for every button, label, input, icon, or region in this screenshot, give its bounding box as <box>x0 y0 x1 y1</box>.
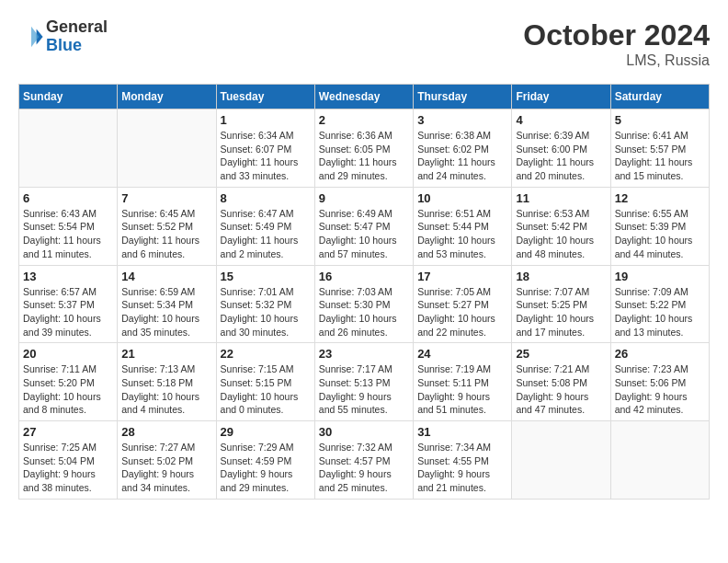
day-number: 16 <box>319 270 409 283</box>
day-number: 24 <box>417 347 507 361</box>
logo-line1: General <box>46 18 108 37</box>
day-info: Sunrise: 6:55 AM Sunset: 5:39 PM Dayligh… <box>615 207 705 261</box>
calendar-cell: 12Sunrise: 6:55 AM Sunset: 5:39 PM Dayli… <box>610 187 709 265</box>
calendar-subtitle: LMS, Russia <box>523 52 710 69</box>
day-number: 15 <box>221 270 311 283</box>
calendar-cell: 10Sunrise: 6:51 AM Sunset: 5:44 PM Dayli… <box>414 187 512 265</box>
day-info: Sunrise: 6:59 AM Sunset: 5:34 PM Dayligh… <box>121 285 211 339</box>
calendar-title: October 2024 <box>523 18 710 52</box>
day-info: Sunrise: 6:43 AM Sunset: 5:54 PM Dayligh… <box>23 207 113 261</box>
day-info: Sunrise: 7:29 AM Sunset: 4:59 PM Dayligh… <box>221 441 311 495</box>
calendar-cell: 7Sunrise: 6:45 AM Sunset: 5:52 PM Daylig… <box>118 187 216 265</box>
day-number: 12 <box>615 191 705 205</box>
title-block: October 2024 LMS, Russia <box>523 18 710 69</box>
calendar-cell: 25Sunrise: 7:21 AM Sunset: 5:08 PM Dayli… <box>512 343 610 421</box>
day-number: 20 <box>23 347 113 361</box>
calendar-cell: 13Sunrise: 6:57 AM Sunset: 5:37 PM Dayli… <box>19 265 118 343</box>
calendar-cell: 21Sunrise: 7:13 AM Sunset: 5:18 PM Dayli… <box>118 343 216 421</box>
calendar-cell: 2Sunrise: 6:36 AM Sunset: 6:05 PM Daylig… <box>314 109 413 188</box>
calendar-cell: 24Sunrise: 7:19 AM Sunset: 5:11 PM Dayli… <box>414 343 512 421</box>
day-info: Sunrise: 6:39 AM Sunset: 6:00 PM Dayligh… <box>516 129 606 183</box>
day-info: Sunrise: 7:03 AM Sunset: 5:30 PM Dayligh… <box>319 285 409 339</box>
day-number: 18 <box>516 270 606 283</box>
day-info: Sunrise: 6:45 AM Sunset: 5:52 PM Dayligh… <box>121 207 211 261</box>
day-info: Sunrise: 7:15 AM Sunset: 5:15 PM Dayligh… <box>221 362 311 417</box>
calendar-header: SundayMondayTuesdayWednesdayThursdayFrid… <box>19 85 710 109</box>
day-info: Sunrise: 7:01 AM Sunset: 5:32 PM Dayligh… <box>221 285 311 339</box>
calendar-cell: 22Sunrise: 7:15 AM Sunset: 5:15 PM Dayli… <box>216 343 314 421</box>
calendar-cell: 5Sunrise: 6:41 AM Sunset: 5:57 PM Daylig… <box>610 109 709 188</box>
header-cell-wednesday: Wednesday <box>314 85 413 109</box>
calendar-cell: 9Sunrise: 6:49 AM Sunset: 5:47 PM Daylig… <box>314 187 413 265</box>
day-info: Sunrise: 6:49 AM Sunset: 5:47 PM Dayligh… <box>319 207 409 261</box>
week-row-2: 6Sunrise: 6:43 AM Sunset: 5:54 PM Daylig… <box>19 187 710 265</box>
calendar-cell: 6Sunrise: 6:43 AM Sunset: 5:54 PM Daylig… <box>19 187 118 265</box>
svg-marker-1 <box>31 27 39 47</box>
calendar-cell: 29Sunrise: 7:29 AM Sunset: 4:59 PM Dayli… <box>216 421 314 500</box>
day-number: 4 <box>516 113 606 127</box>
week-row-1: 1Sunrise: 6:34 AM Sunset: 6:07 PM Daylig… <box>19 109 710 188</box>
day-info: Sunrise: 7:07 AM Sunset: 5:25 PM Dayligh… <box>516 285 606 339</box>
calendar-cell: 4Sunrise: 6:39 AM Sunset: 6:00 PM Daylig… <box>512 109 610 188</box>
day-info: Sunrise: 7:11 AM Sunset: 5:20 PM Dayligh… <box>23 362 113 417</box>
calendar-cell: 23Sunrise: 7:17 AM Sunset: 5:13 PM Dayli… <box>314 343 413 421</box>
day-info: Sunrise: 7:05 AM Sunset: 5:27 PM Dayligh… <box>417 285 507 339</box>
calendar-cell: 26Sunrise: 7:23 AM Sunset: 5:06 PM Dayli… <box>610 343 709 421</box>
day-info: Sunrise: 7:21 AM Sunset: 5:08 PM Dayligh… <box>516 362 606 417</box>
day-info: Sunrise: 7:25 AM Sunset: 5:04 PM Dayligh… <box>23 441 113 495</box>
calendar-cell: 1Sunrise: 6:34 AM Sunset: 6:07 PM Daylig… <box>216 109 314 188</box>
day-info: Sunrise: 6:41 AM Sunset: 5:57 PM Dayligh… <box>615 129 705 183</box>
day-info: Sunrise: 7:32 AM Sunset: 4:57 PM Dayligh… <box>319 441 409 495</box>
calendar-cell <box>512 421 610 500</box>
day-info: Sunrise: 7:23 AM Sunset: 5:06 PM Dayligh… <box>615 362 705 417</box>
day-number: 17 <box>417 270 507 283</box>
day-number: 30 <box>319 425 409 439</box>
header-cell-thursday: Thursday <box>414 85 512 109</box>
calendar-cell <box>118 109 216 188</box>
day-number: 8 <box>221 191 311 205</box>
calendar-cell: 30Sunrise: 7:32 AM Sunset: 4:57 PM Dayli… <box>314 421 413 500</box>
day-info: Sunrise: 6:57 AM Sunset: 5:37 PM Dayligh… <box>23 285 113 339</box>
day-number: 22 <box>221 347 311 361</box>
page-header: General Blue October 2024 LMS, Russia <box>18 18 710 69</box>
day-number: 10 <box>417 191 507 205</box>
day-info: Sunrise: 7:13 AM Sunset: 5:18 PM Dayligh… <box>121 362 211 417</box>
day-number: 27 <box>23 425 113 439</box>
header-cell-tuesday: Tuesday <box>216 85 314 109</box>
day-info: Sunrise: 7:19 AM Sunset: 5:11 PM Dayligh… <box>417 362 507 417</box>
day-info: Sunrise: 7:09 AM Sunset: 5:22 PM Dayligh… <box>615 285 705 339</box>
calendar-cell: 3Sunrise: 6:38 AM Sunset: 6:02 PM Daylig… <box>414 109 512 188</box>
calendar-cell: 15Sunrise: 7:01 AM Sunset: 5:32 PM Dayli… <box>216 265 314 343</box>
day-number: 25 <box>516 347 606 361</box>
logo-text: General Blue <box>46 18 108 55</box>
day-info: Sunrise: 6:47 AM Sunset: 5:49 PM Dayligh… <box>221 207 311 261</box>
calendar-cell: 20Sunrise: 7:11 AM Sunset: 5:20 PM Dayli… <box>19 343 118 421</box>
calendar-cell: 28Sunrise: 7:27 AM Sunset: 5:02 PM Dayli… <box>118 421 216 500</box>
day-number: 3 <box>417 113 507 127</box>
calendar-cell: 16Sunrise: 7:03 AM Sunset: 5:30 PM Dayli… <box>314 265 413 343</box>
day-info: Sunrise: 6:34 AM Sunset: 6:07 PM Dayligh… <box>221 129 311 183</box>
day-number: 2 <box>319 113 409 127</box>
calendar-cell: 18Sunrise: 7:07 AM Sunset: 5:25 PM Dayli… <box>512 265 610 343</box>
day-number: 29 <box>221 425 311 439</box>
header-cell-saturday: Saturday <box>610 85 709 109</box>
day-info: Sunrise: 6:53 AM Sunset: 5:42 PM Dayligh… <box>516 207 606 261</box>
week-row-4: 20Sunrise: 7:11 AM Sunset: 5:20 PM Dayli… <box>19 343 710 421</box>
calendar-cell: 31Sunrise: 7:34 AM Sunset: 4:55 PM Dayli… <box>414 421 512 500</box>
header-row: SundayMondayTuesdayWednesdayThursdayFrid… <box>19 85 710 109</box>
day-number: 9 <box>319 191 409 205</box>
logo-icon <box>18 24 44 50</box>
day-number: 26 <box>615 347 705 361</box>
day-info: Sunrise: 7:27 AM Sunset: 5:02 PM Dayligh… <box>121 441 211 495</box>
day-info: Sunrise: 6:51 AM Sunset: 5:44 PM Dayligh… <box>417 207 507 261</box>
day-number: 23 <box>319 347 409 361</box>
calendar-body: 1Sunrise: 6:34 AM Sunset: 6:07 PM Daylig… <box>19 109 710 500</box>
week-row-3: 13Sunrise: 6:57 AM Sunset: 5:37 PM Dayli… <box>19 265 710 343</box>
day-info: Sunrise: 7:34 AM Sunset: 4:55 PM Dayligh… <box>417 441 507 495</box>
header-cell-monday: Monday <box>118 85 216 109</box>
calendar-cell <box>610 421 709 500</box>
header-cell-friday: Friday <box>512 85 610 109</box>
day-info: Sunrise: 7:17 AM Sunset: 5:13 PM Dayligh… <box>319 362 409 417</box>
day-number: 1 <box>221 113 311 127</box>
day-number: 13 <box>23 270 113 283</box>
